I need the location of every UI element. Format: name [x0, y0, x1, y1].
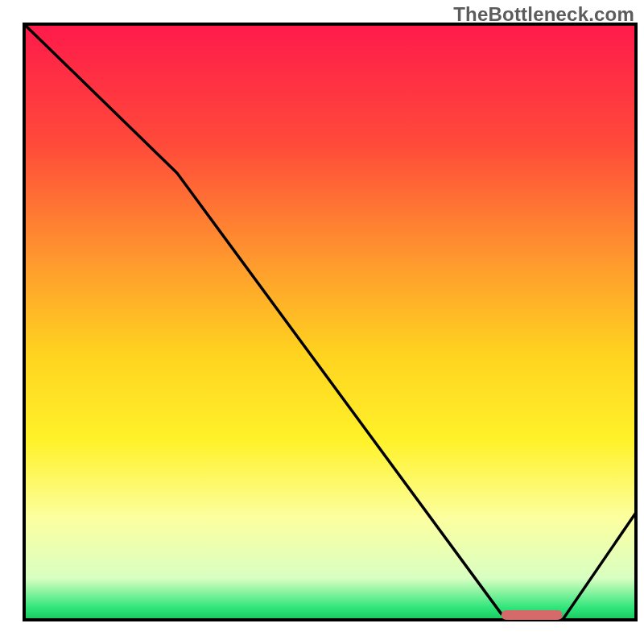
bottleneck-chart	[0, 0, 644, 644]
optimal-range-bar	[502, 610, 563, 620]
chart-stage: TheBottleneck.com	[0, 0, 644, 644]
watermark-text: TheBottleneck.com	[453, 3, 634, 26]
